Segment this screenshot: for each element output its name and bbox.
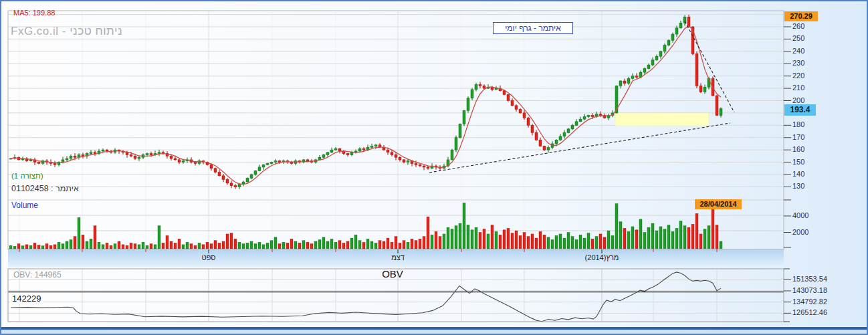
candle-body	[338, 148, 341, 151]
volume-bar	[443, 234, 445, 249]
bottom-margin	[1, 330, 868, 335]
volume-bar	[37, 245, 40, 249]
candle-body	[475, 85, 477, 90]
volume-bar	[467, 225, 469, 249]
volume-bar	[226, 234, 229, 249]
volume-bar	[439, 237, 441, 249]
candle-body	[322, 155, 325, 158]
volume-bar	[699, 234, 702, 249]
candle-body	[334, 148, 337, 150]
candle-body	[146, 154, 148, 155]
volume-bar	[266, 243, 269, 249]
volume-bar	[258, 242, 261, 249]
price-tick-label: 170	[792, 133, 804, 141]
candle-body	[138, 157, 140, 158]
volume-bar	[202, 245, 205, 249]
volume-bar	[575, 240, 578, 249]
obv-tick-label: 151353.54	[792, 275, 827, 283]
volume-bar	[571, 237, 574, 249]
volume-bar	[158, 226, 160, 249]
price-tick-label: 200	[792, 96, 804, 104]
candle-body	[37, 162, 40, 164]
volume-tick-label: 2000	[792, 228, 808, 236]
volume-bar	[230, 233, 233, 249]
volume-bar	[563, 238, 566, 249]
candle-body	[583, 116, 586, 119]
volume-bar	[503, 230, 506, 249]
candle-body	[266, 163, 269, 164]
ma5-value-label: MA5: 199.88	[13, 9, 55, 17]
volume-bar	[675, 228, 678, 249]
volume-bar	[282, 242, 285, 249]
volume-bar	[286, 243, 289, 249]
candle-body	[579, 119, 582, 122]
candle-body	[62, 160, 64, 162]
candle-body	[699, 86, 702, 92]
volume-bar	[716, 225, 718, 249]
candle-body	[643, 69, 646, 73]
volume-bar	[162, 243, 165, 249]
candle-body	[519, 109, 522, 113]
candle-body	[667, 40, 670, 45]
volume-bar	[262, 245, 265, 249]
instrument-label: איתמר : 01102458	[11, 184, 79, 193]
candle-body	[483, 86, 485, 88]
volume-bar	[29, 245, 32, 249]
volume-bar	[98, 242, 100, 249]
obv-header-label: OBV: 144965	[13, 270, 62, 280]
volume-bar	[146, 245, 148, 249]
candle-body	[234, 186, 237, 187]
candle-body	[623, 81, 626, 84]
volume-bar	[234, 239, 237, 249]
volume-bar	[431, 235, 433, 249]
candle-body	[419, 164, 421, 166]
candle-body	[174, 158, 177, 160]
candle-body	[262, 164, 265, 167]
candle-body	[563, 132, 566, 136]
candle-body	[479, 85, 481, 86]
volume-bar	[110, 245, 112, 249]
volume-tick-label: 4000	[792, 211, 808, 219]
volume-bar	[278, 244, 281, 249]
price-tick-label: 250	[792, 34, 804, 42]
obv-tick-label: 143073.18	[792, 286, 827, 294]
chart-canvas[interactable]	[1, 1, 868, 335]
volume-bar	[607, 231, 610, 249]
descending-resistance-line	[685, 21, 734, 112]
candle-body	[70, 156, 72, 158]
obv-tick-label: 134792.82	[792, 298, 827, 306]
volume-bar	[391, 242, 393, 249]
candle-body	[651, 60, 654, 65]
volume-bar	[82, 235, 84, 249]
candle-body	[675, 28, 678, 34]
volume-bar	[631, 227, 634, 249]
volume-bar	[531, 234, 534, 249]
candle-body	[695, 54, 698, 86]
volume-bar	[463, 203, 465, 249]
volume-bar	[720, 241, 722, 249]
ma5-line	[11, 26, 721, 185]
volume-bar	[206, 242, 209, 249]
volume-bar	[126, 245, 128, 249]
volume-bar	[451, 229, 453, 249]
candle-body	[571, 125, 574, 129]
candle-body	[587, 116, 590, 117]
volume-bar	[186, 242, 189, 249]
volume-bar	[210, 244, 213, 249]
volume-bar	[623, 228, 626, 249]
candle-body	[720, 109, 722, 116]
candle-body	[182, 161, 185, 162]
candle-body	[210, 164, 213, 169]
volume-bar	[138, 245, 140, 249]
volume-bar	[17, 244, 20, 249]
price-tick-label: 210	[792, 84, 804, 92]
support-zone-highlight	[615, 113, 709, 126]
volume-bar	[419, 239, 421, 249]
volume-bar	[655, 231, 658, 249]
volume-bar	[415, 241, 417, 249]
price-tick-label: 240	[792, 47, 804, 55]
candle-body	[395, 155, 397, 158]
volume-bar	[378, 241, 381, 249]
volume-bar	[90, 239, 92, 249]
volume-bar	[302, 241, 305, 249]
